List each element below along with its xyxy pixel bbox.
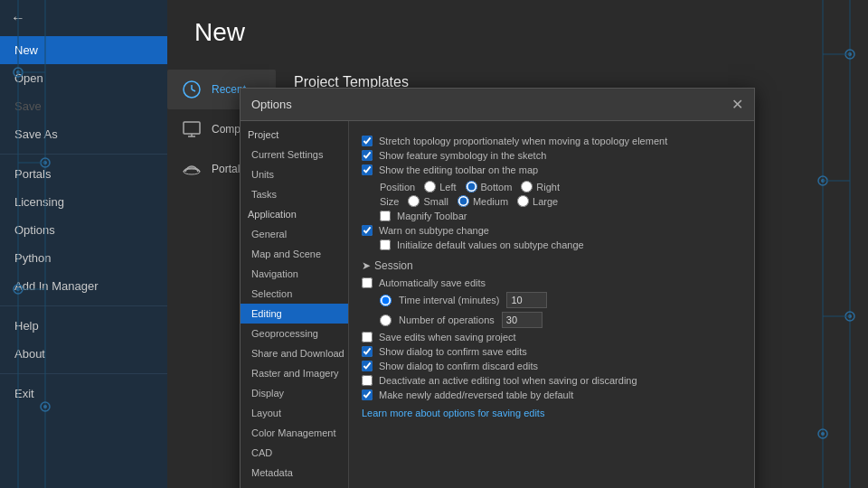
size-medium-radio[interactable] [458, 195, 469, 207]
computer-icon [181, 118, 203, 140]
tree-item-map-scene[interactable]: Map and Scene [241, 244, 348, 264]
tree-item-share-download[interactable]: Share and Download [241, 343, 348, 363]
tree-item-indexing[interactable]: Indexing [241, 483, 348, 488]
sidebar-item-save: Save [0, 92, 167, 120]
tree-item-metadata[interactable]: Metadata [241, 463, 348, 483]
position-bottom-radio[interactable] [466, 181, 477, 192]
session-header: ➤ Session [362, 259, 741, 272]
stretch-topology-label: Stretch topology proportionately when mo… [379, 136, 667, 146]
tree-item-tasks[interactable]: Tasks [241, 184, 348, 204]
confirm-discard-label: Show dialog to confirm discard edits [379, 361, 538, 371]
num-operations-input[interactable] [502, 312, 542, 328]
position-right-label: Right [521, 181, 560, 192]
templates-section: Project Templates Options ✕ Project Curr… [276, 61, 841, 488]
tree-item-project[interactable]: Project [241, 125, 348, 145]
options-dialog: Options ✕ Project Current Settings Units… [240, 88, 755, 488]
feature-symbology-checkbox[interactable] [362, 150, 373, 161]
sidebar-item-new[interactable]: New [0, 36, 167, 64]
time-interval-row: Time interval (minutes) [380, 292, 741, 308]
magnify-toolbar-label: Magnify Toolbar [397, 211, 467, 221]
tree-item-color-mgmt[interactable]: Color Management [241, 423, 348, 443]
dialog-body: Project Current Settings Units Tasks App… [241, 121, 754, 488]
content-body: Recent Computer [167, 61, 868, 488]
editing-toolbar-row: Show the editing toolbar on the map [362, 164, 741, 175]
magnify-toolbar-row: Magnify Toolbar [380, 211, 741, 221]
size-large-radio[interactable] [517, 195, 529, 207]
position-bottom-label: Bottom [466, 181, 513, 192]
make-new-default-row: Make newly added/reversed table by defau… [362, 389, 741, 400]
confirm-discard-checkbox[interactable] [362, 361, 373, 371]
sidebar-item-options[interactable]: Options [0, 216, 167, 244]
sidebar-item-open[interactable]: Open [0, 64, 167, 92]
save-project-label: Save edits when saving project [379, 332, 516, 343]
back-button[interactable]: ← [0, 0, 36, 36]
size-label: Size [380, 196, 399, 207]
feature-symbology-row: Show feature symbology in the sketch [362, 150, 741, 161]
page-title: New [167, 0, 868, 61]
tree-item-cad[interactable]: CAD [241, 443, 348, 463]
size-radio-group: Size Small Medium Large [380, 195, 741, 207]
init-default-checkbox[interactable] [380, 239, 391, 250]
size-small-radio[interactable] [408, 195, 420, 207]
tree-item-selection[interactable]: Selection [241, 284, 348, 304]
warn-subtype-checkbox[interactable] [362, 225, 373, 236]
tree-item-current-settings[interactable]: Current Settings [241, 145, 348, 164]
sidebar-item-help[interactable]: Help [0, 312, 167, 340]
tree-item-editing[interactable]: Editing [241, 304, 348, 324]
warn-subtype-row: Warn on subtype change [362, 225, 741, 236]
make-new-default-checkbox[interactable] [362, 389, 373, 400]
save-project-checkbox[interactable] [362, 332, 373, 343]
deactivate-tool-checkbox[interactable] [362, 375, 373, 386]
tree-item-application[interactable]: Application [241, 204, 348, 224]
confirm-save-label: Show dialog to confirm save edits [379, 346, 527, 357]
options-content: Stretch topology proportionately when mo… [349, 121, 754, 488]
num-operations-radio[interactable] [380, 314, 392, 326]
size-large-label: Large [517, 195, 558, 207]
top-checkboxes: Stretch topology proportionately when mo… [362, 136, 741, 175]
svg-rect-29 [184, 122, 200, 134]
warn-subtype-label: Warn on subtype change [379, 225, 489, 236]
sidebar-item-add-in[interactable]: Add In Manager [0, 272, 167, 300]
tree-item-display[interactable]: Display [241, 383, 348, 403]
time-interval-radio[interactable] [380, 295, 392, 306]
magnify-toolbar-checkbox[interactable] [380, 211, 391, 221]
stretch-topology-checkbox[interactable] [362, 136, 373, 146]
dialog-titlebar: Options ✕ [241, 89, 754, 121]
tree-item-layout[interactable]: Layout [241, 403, 348, 423]
tree-item-general[interactable]: General [241, 224, 348, 244]
confirm-discard-row: Show dialog to confirm discard edits [362, 361, 741, 371]
sidebar-item-python[interactable]: Python [0, 244, 167, 272]
num-operations-row: Number of operations [380, 312, 741, 328]
position-left-radio[interactable] [424, 181, 436, 192]
main-content: New Recent [167, 0, 868, 488]
stretch-topology-row: Stretch topology proportionately when mo… [362, 136, 741, 146]
save-project-row: Save edits when saving project [362, 332, 741, 343]
tree-item-geoprocessing[interactable]: Geoprocessing [241, 324, 348, 343]
sidebar-item-portals[interactable]: Portals [0, 160, 167, 188]
deactivate-tool-label: Deactivate an active editing tool when s… [379, 375, 637, 386]
sidebar-item-save-as[interactable]: Save As [0, 120, 167, 148]
position-label: Position [380, 182, 415, 192]
learn-more-link[interactable]: Learn more about options for saving edit… [362, 408, 741, 418]
dialog-close-button[interactable]: ✕ [731, 98, 743, 112]
tree-item-raster-imagery[interactable]: Raster and Imagery [241, 363, 348, 383]
app-container: ← New Open Save Save As Portals Licensin… [0, 0, 868, 488]
auto-save-checkbox[interactable] [362, 277, 373, 288]
confirm-save-checkbox[interactable] [362, 346, 373, 357]
sidebar-divider-3 [0, 373, 167, 374]
sidebar-divider-1 [0, 154, 167, 155]
position-left-label: Left [424, 181, 456, 192]
dialog-title: Options [251, 98, 292, 111]
sidebar-item-exit[interactable]: Exit [0, 380, 167, 408]
tree-item-navigation[interactable]: Navigation [241, 264, 348, 284]
position-radio-group: Position Left Bottom Right [380, 181, 741, 192]
size-medium-label: Medium [458, 195, 508, 207]
sidebar-item-about[interactable]: About [0, 340, 167, 368]
editing-toolbar-checkbox[interactable] [362, 164, 373, 175]
deactivate-tool-row: Deactivate an active editing tool when s… [362, 375, 741, 386]
time-interval-input[interactable] [506, 292, 547, 308]
auto-save-row: Automatically save edits [362, 277, 741, 288]
tree-item-units[interactable]: Units [241, 164, 348, 184]
position-right-radio[interactable] [521, 181, 533, 192]
sidebar-item-licensing[interactable]: Licensing [0, 188, 167, 216]
